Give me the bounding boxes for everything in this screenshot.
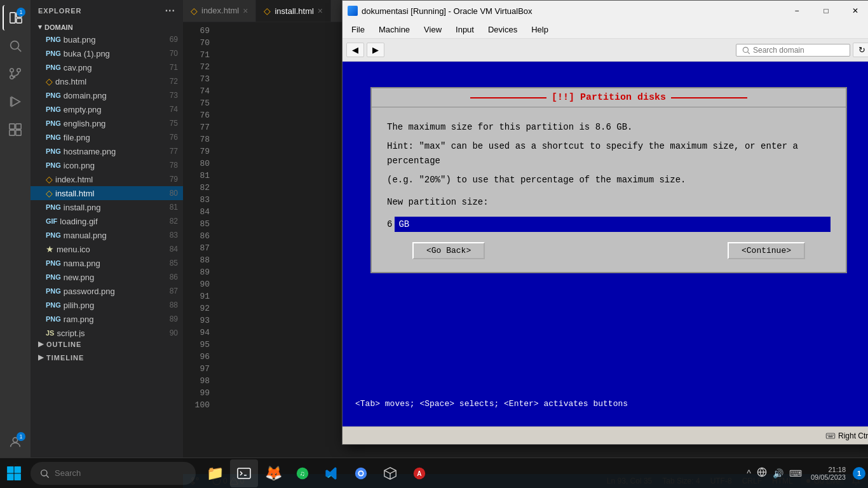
file-file-png[interactable]: PNG file.png 76: [31, 130, 183, 144]
dialog-partition-label: New partition size:: [387, 195, 831, 209]
file-pilih-png[interactable]: PNG pilih.png 88: [31, 298, 183, 312]
file-hostname-png[interactable]: PNG hostname.png 77: [31, 144, 183, 158]
tab-install-label: install.html: [275, 6, 313, 16]
dialog-go-back-button[interactable]: <Go Back>: [412, 242, 485, 259]
dialog-line2: Hint: "max" can be used as a shortcut to…: [387, 139, 831, 168]
run-activity-icon[interactable]: [3, 89, 28, 114]
file-script-js[interactable]: JS script.js 90: [31, 326, 183, 337]
vbox-menu-file[interactable]: File: [345, 22, 371, 37]
vscode-taskbar-icon[interactable]: [318, 459, 346, 487]
app1-taskbar-icon[interactable]: ♫: [288, 459, 316, 487]
vbox-close-button[interactable]: ✕: [841, 1, 868, 21]
vbox-back-button[interactable]: ◀: [346, 43, 364, 57]
file-loading-gif[interactable]: GIF loading.gif 82: [31, 214, 183, 228]
cube-icon: [383, 466, 397, 480]
file-buat-png[interactable]: PNG buat.png 69: [31, 32, 183, 46]
file-explorer-taskbar-icon[interactable]: 📁: [201, 459, 229, 487]
vbox-search-bar[interactable]: [736, 44, 850, 57]
tray-chevron[interactable]: ^: [745, 467, 753, 480]
vbox-forward-button[interactable]: ▶: [367, 43, 384, 57]
svg-line-17: [748, 51, 750, 53]
file-nama-png[interactable]: PNG nama.png 85: [31, 256, 183, 270]
chrome-taskbar-icon[interactable]: [347, 459, 375, 487]
tab-index-close[interactable]: ×: [243, 6, 248, 16]
file-cav-png[interactable]: PNG cav.png 71: [31, 60, 183, 74]
dialog-input-prefix: 6: [387, 217, 392, 231]
file-icon-png[interactable]: PNG icon.png 78: [31, 158, 183, 172]
vbox-menu-input[interactable]: Input: [449, 22, 480, 37]
vbox-menu-view[interactable]: View: [417, 22, 448, 37]
dialog-line-left: [470, 97, 546, 98]
accounts-activity-icon[interactable]: 1: [3, 430, 28, 455]
network-icon: [757, 467, 767, 477]
file-english-png[interactable]: PNG english.png 75: [31, 116, 183, 130]
search-activity-icon[interactable]: [3, 33, 28, 58]
tray-network-icon[interactable]: [755, 466, 769, 480]
vbox-vm-content[interactable]: [!!] Partition disks The maximum size fo…: [342, 62, 868, 426]
tab-install-html[interactable]: ◇ install.html ×: [256, 0, 331, 22]
file-new-png[interactable]: PNG new.png 86: [31, 270, 183, 284]
notification-badge[interactable]: 1: [853, 467, 865, 480]
dialog-size-input[interactable]: [395, 217, 831, 232]
vbox-menu-machine[interactable]: Machine: [372, 22, 416, 37]
tray-volume-icon[interactable]: 🔊: [771, 467, 785, 480]
svg-rect-33: [7, 466, 13, 473]
svg-rect-13: [16, 130, 21, 135]
taskbar-search-input[interactable]: [55, 468, 182, 478]
svg-point-37: [41, 470, 47, 475]
svg-text:♫: ♫: [299, 469, 304, 477]
browser-taskbar-icon[interactable]: 🦊: [259, 459, 287, 487]
dialog-body: The maximum size for this partition is 8…: [372, 107, 846, 272]
red-app-icon: A: [412, 466, 426, 480]
explorer-activity-icon[interactable]: 1: [3, 5, 28, 30]
sidebar-more-button[interactable]: ···: [165, 5, 175, 17]
svg-point-3: [11, 41, 19, 50]
tab-install-close[interactable]: ×: [318, 6, 323, 16]
svg-point-6: [17, 69, 21, 72]
vbox-menu-devices[interactable]: Devices: [482, 22, 524, 37]
vbox-app-icon: [348, 6, 358, 16]
vbox-menu-help[interactable]: Help: [525, 22, 555, 37]
tab-index-html[interactable]: ◇ index.html ×: [183, 0, 256, 22]
vbox-right-ctrl-label: Right Ctrl: [838, 431, 868, 440]
file-index-html[interactable]: ◇ index.html 79: [31, 172, 183, 186]
svg-rect-34: [15, 466, 21, 473]
virtualbox-window: dokumentasi [Running] - Oracle VM Virtua…: [342, 0, 868, 445]
file-buka1-png[interactable]: PNG buka (1).png 70: [31, 46, 183, 60]
file-manual-png[interactable]: PNG manual.png 83: [31, 228, 183, 242]
domain-folder-label[interactable]: ▾ DOMAIN: [31, 22, 183, 32]
taskbar-search-bar[interactable]: [31, 462, 196, 485]
file-install-png[interactable]: PNG install.png 81: [31, 200, 183, 214]
vbox-minimize-button[interactable]: −: [782, 1, 811, 21]
vbox-title-text: dokumentasi [Running] - Oracle VM Virtua…: [362, 6, 778, 16]
cube-taskbar-icon[interactable]: [376, 459, 404, 487]
terminal-taskbar-icon[interactable]: [230, 459, 258, 487]
tray-datetime[interactable]: 21:18 09/05/2023: [806, 464, 851, 482]
source-control-activity-icon[interactable]: [3, 61, 28, 86]
timeline-section[interactable]: ▶ TIMELINE: [31, 351, 183, 364]
vbox-keyboard-icon: [825, 431, 836, 441]
file-menu-ico[interactable]: ★ menu.ico 84: [31, 242, 183, 256]
tray-keyboard-icon[interactable]: ⌨: [787, 467, 804, 480]
vbox-search-input[interactable]: [753, 46, 842, 55]
svg-rect-12: [10, 130, 15, 135]
app2-taskbar-icon[interactable]: A: [405, 459, 433, 487]
svg-rect-39: [238, 468, 250, 478]
file-install-html[interactable]: ◇ install.html 80: [31, 186, 183, 200]
file-dns-html[interactable]: ◇ dns.html 72: [31, 74, 183, 88]
file-list: PNG buat.png 69 PNG buka (1).png 70 PNG …: [31, 32, 183, 337]
extensions-activity-icon[interactable]: [3, 117, 28, 142]
file-empty-png[interactable]: PNG empty.png 74: [31, 102, 183, 116]
vbox-maximize-button[interactable]: □: [811, 1, 841, 21]
file-ram-png[interactable]: PNG ram.png 89: [31, 312, 183, 326]
start-button[interactable]: [0, 459, 28, 487]
terminal-icon: [236, 466, 252, 481]
editor-area: ◇ index.html × ◇ install.html × 69707172…: [183, 0, 868, 488]
explorer-badge: 1: [17, 8, 25, 17]
file-password-png[interactable]: PNG password.png 87: [31, 284, 183, 298]
dialog-continue-button[interactable]: <Continue>: [728, 242, 805, 259]
vbox-refresh-button[interactable]: ↻: [853, 43, 868, 57]
file-domain-png[interactable]: PNG domain.png 73: [31, 88, 183, 102]
vbox-search-icon: [742, 46, 750, 55]
outline-section[interactable]: ▶ OUTLINE: [31, 337, 183, 351]
